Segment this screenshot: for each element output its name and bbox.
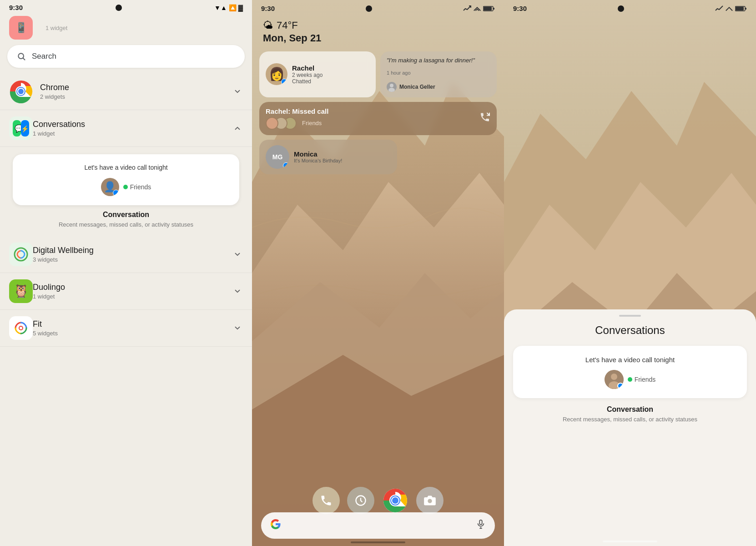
missed-call-info: Rachel: Missed call Friends xyxy=(266,107,490,130)
status-icons-2 xyxy=(463,5,495,12)
duolingo-count: 1 widget xyxy=(33,293,232,300)
widget-preview-message: Let's have a video call tonight xyxy=(84,163,167,172)
home-screen-content: 9:30 🌤 74°F Mon, Sep 21 👩 xyxy=(252,0,504,546)
digital-wellbeing-info: Digital Wellbeing 3 widgets xyxy=(33,246,232,263)
duolingo-chevron-down-icon[interactable] xyxy=(232,286,243,297)
svg-rect-18 xyxy=(484,7,492,10)
svg-point-5 xyxy=(18,89,24,94)
top-app-icon: 📱 xyxy=(9,16,33,40)
app-row-conversations[interactable]: 💬 ⚡ Conversations 1 widget xyxy=(0,110,252,147)
digital-wellbeing-chevron-down-icon[interactable] xyxy=(232,249,243,260)
monica-quote-author-avatar xyxy=(387,82,397,92)
chrome-widget-count: 2 widgets xyxy=(40,93,232,100)
monica-quote-bubble[interactable]: "I'm making a lasagna for dinner!" 1 hou… xyxy=(380,51,497,97)
monica-birthday-info: Monica It's Monica's Birthday! xyxy=(294,150,342,163)
friend-avatar-1 xyxy=(266,117,278,130)
dock xyxy=(312,487,444,514)
fit-icon xyxy=(9,316,33,340)
svg-line-1 xyxy=(23,58,25,60)
svg-point-37 xyxy=(611,374,617,380)
top-fade-area: 📱 1 widget xyxy=(0,13,252,40)
sheet-title: Conversations xyxy=(595,324,665,337)
status-time-3: 9:30 xyxy=(513,5,527,12)
chrome-app-icon xyxy=(9,80,33,103)
monica-quote-time: 1 hour ago xyxy=(387,70,411,76)
rachel-missed-bubble[interactable]: Rachel: Missed call Friends xyxy=(259,102,497,135)
sheet-messenger-dot-icon xyxy=(617,383,624,389)
app-row-fit[interactable]: Fit 5 widgets xyxy=(0,310,252,347)
search-bar[interactable]: Search xyxy=(7,45,245,68)
search-icon xyxy=(16,51,26,61)
rachel-info: Rachel 2 weeks ago Chatted xyxy=(292,64,323,85)
sheet-widget-group-name: Friends xyxy=(627,376,656,383)
monica-quote-text: "I'm making a lasagna for dinner!" xyxy=(387,57,475,65)
conversations-bottom-sheet[interactable]: Conversations Let's have a video call to… xyxy=(504,309,756,546)
rachel-bubble[interactable]: 👩 Rachel 2 weeks ago Chatted xyxy=(259,51,376,97)
conversations-app-icon: 💬 ⚡ xyxy=(9,116,33,140)
monica-quote-author-name: Monica Geller xyxy=(399,84,435,90)
google-search-bar[interactable] xyxy=(261,512,495,539)
top-fade-label: 1 widget xyxy=(45,25,67,31)
digital-wellbeing-icon xyxy=(9,243,33,266)
status-bar-2: 9:30 xyxy=(252,0,504,14)
bubble-row-1: 👩 Rachel 2 weeks ago Chatted "I'm making… xyxy=(259,51,497,97)
digital-wellbeing-count: 3 widgets xyxy=(33,256,232,263)
svg-rect-19 xyxy=(493,8,494,10)
conversations-widget-count: 1 widget xyxy=(33,130,232,137)
camera-notch-1 xyxy=(116,5,122,11)
app-row-chrome[interactable]: Chrome 2 widgets xyxy=(0,73,252,110)
monica-quote-author: Monica Geller xyxy=(387,82,435,92)
digital-wellbeing-name: Digital Wellbeing xyxy=(33,246,232,255)
camera-dock-icon[interactable] xyxy=(416,487,444,514)
monica-avatar: MG xyxy=(266,145,289,169)
sheet-widget-type-desc: Recent messages, missed calls, or activi… xyxy=(563,415,697,424)
chrome-dock-icon[interactable] xyxy=(382,487,409,514)
status-icons-1: ▼▲ 🔼 ▓ xyxy=(214,4,243,11)
bubble-row-2: Rachel: Missed call Friends xyxy=(259,102,497,135)
duolingo-info: Duolingo 1 widget xyxy=(33,283,232,300)
bubble-row-3: MG Monica It's Monica's Birthday! xyxy=(259,140,497,174)
svg-text:⚡: ⚡ xyxy=(21,125,29,133)
search-input-label[interactable]: Search xyxy=(32,52,56,61)
conversations-chevron-up-icon[interactable] xyxy=(232,123,243,134)
widget-picker-scroll[interactable]: Search Chrome 2 widgets xyxy=(0,40,252,546)
missed-friends-row: Friends xyxy=(266,117,490,130)
weather-widget[interactable]: 🌤 74°F Mon, Sep 21 xyxy=(252,14,504,48)
monica-birthday-sub: It's Monica's Birthday! xyxy=(294,158,342,163)
status-icons-3 xyxy=(715,5,747,12)
status-time-1: 9:30 xyxy=(9,4,23,11)
fit-chevron-down-icon[interactable] xyxy=(232,323,243,334)
svg-point-11 xyxy=(123,185,128,189)
app-row-digital-wellbeing[interactable]: Digital Wellbeing 3 widgets xyxy=(0,236,252,273)
status-bar-3: 9:30 xyxy=(504,0,756,14)
conversations-bubbles: 👩 Rachel 2 weeks ago Chatted "I'm making… xyxy=(252,48,504,178)
svg-point-12 xyxy=(15,248,27,261)
friends-group-label: Friends xyxy=(302,120,322,126)
conversation-widget-card[interactable]: Let's have a video call tonight 👤 Friend… xyxy=(13,154,239,205)
fit-info: Fit 5 widgets xyxy=(33,319,232,337)
clock-dock-icon[interactable] xyxy=(347,487,374,514)
sheet-widget-card[interactable]: Let's have a video call tonight Friends xyxy=(513,346,747,398)
rachel-time: 2 weeks ago xyxy=(292,72,323,78)
camera-notch-3 xyxy=(618,5,624,12)
conversations-app-name: Conversations xyxy=(33,120,232,129)
conversations-sheet-panel: 9:30 Conversations Let's have a video ca… xyxy=(504,0,756,546)
microphone-icon[interactable] xyxy=(476,519,486,532)
status-bar-1: 9:30 ▼▲ 🔼 ▓ xyxy=(0,0,252,13)
chrome-chevron-down-icon[interactable] xyxy=(232,86,243,97)
app-row-duolingo[interactable]: 🦉 Duolingo 1 widget xyxy=(0,273,252,310)
sheet-widget-message: Let's have a video call tonight xyxy=(585,355,675,364)
home-indicator-3 xyxy=(603,541,657,542)
home-screen-panel: 9:30 🌤 74°F Mon, Sep 21 👩 xyxy=(252,0,504,546)
rachel-avatar: 👩 xyxy=(266,63,287,85)
duolingo-name: Duolingo xyxy=(33,283,232,292)
weather-temperature: 74°F xyxy=(277,20,298,31)
monica-birthday-bubble[interactable]: MG Monica It's Monica's Birthday! xyxy=(259,140,397,174)
missed-call-title: Rachel: Missed call xyxy=(266,107,490,115)
home-indicator xyxy=(351,541,405,543)
phone-dock-icon[interactable] xyxy=(312,487,340,514)
wifi-icon: 🔼 xyxy=(229,4,237,11)
svg-point-15 xyxy=(20,327,22,329)
widget-preview-avatar: 👤 xyxy=(101,178,119,196)
widget-preview-avatar-row: 👤 Friends xyxy=(101,178,151,196)
